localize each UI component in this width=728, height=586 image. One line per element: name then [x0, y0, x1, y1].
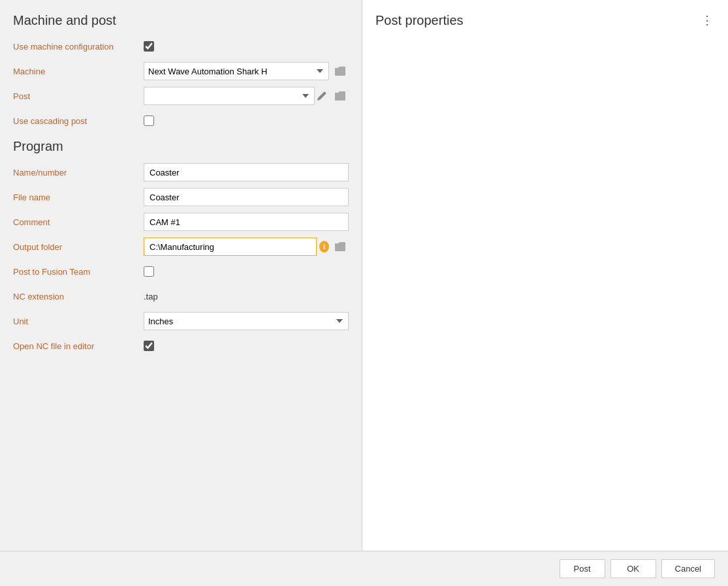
comment-input[interactable] — [144, 213, 349, 231]
post-row: Post — [13, 87, 349, 105]
comment-label: Comment — [13, 217, 144, 227]
folder-icon — [334, 67, 346, 76]
use-machine-config-checkbox[interactable] — [144, 41, 154, 52]
name-number-input[interactable] — [144, 163, 349, 181]
edit-icon — [317, 91, 326, 100]
more-options-button[interactable]: ⋮ — [699, 12, 716, 29]
nc-extension-row: NC extension .tap — [13, 287, 349, 305]
nc-extension-label: NC extension — [13, 292, 144, 301]
machine-row: Machine Next Wave Automation Shark H — [13, 62, 349, 80]
unit-label: Unit — [13, 316, 144, 326]
use-machine-config-row: Use machine configuration — [13, 37, 349, 55]
program-title: Program — [13, 139, 349, 154]
post-to-fusion-row: Post to Fusion Team — [13, 262, 349, 281]
use-machine-config-label: Use machine configuration — [13, 42, 144, 52]
output-folder-row: Output folder i — [13, 238, 349, 256]
unit-select[interactable]: Inches Millimeters — [144, 312, 349, 330]
post-edit-button[interactable] — [315, 90, 329, 102]
ok-button[interactable]: OK — [610, 559, 656, 578]
cancel-button[interactable]: Cancel — [661, 559, 715, 578]
info-icon[interactable]: i — [319, 241, 329, 253]
bottom-bar: Post OK Cancel — [0, 551, 728, 586]
name-number-label: Name/number — [13, 168, 144, 177]
machine-post-title: Machine and post — [13, 13, 349, 28]
use-cascading-post-label: Use cascading post — [13, 116, 144, 126]
unit-row: Unit Inches Millimeters — [13, 312, 349, 330]
post-select[interactable] — [144, 87, 315, 105]
file-name-row: File name — [13, 188, 349, 206]
right-panel: Post properties ⋮ — [362, 0, 728, 551]
open-nc-label: Open NC file in editor — [13, 341, 144, 351]
use-cascading-post-row: Use cascading post — [13, 112, 349, 130]
left-panel: Machine and post Use machine configurati… — [0, 0, 362, 551]
folder-icon-3 — [334, 242, 346, 251]
folder-icon-2 — [334, 91, 346, 100]
comment-row: Comment — [13, 213, 349, 231]
machine-folder-button[interactable] — [332, 65, 349, 77]
output-folder-button[interactable] — [332, 241, 349, 253]
nc-extension-value: .tap — [144, 289, 158, 304]
post-label: Post — [13, 91, 144, 101]
post-button[interactable]: Post — [560, 559, 605, 578]
post-properties-title: Post properties — [375, 13, 715, 28]
file-name-label: File name — [13, 193, 144, 202]
open-nc-row: Open NC file in editor — [13, 337, 349, 355]
post-to-fusion-label: Post to Fusion Team — [13, 267, 144, 277]
name-number-row: Name/number — [13, 163, 349, 181]
file-name-input[interactable] — [144, 188, 349, 206]
post-folder-button[interactable] — [332, 90, 349, 102]
machine-select[interactable]: Next Wave Automation Shark H — [144, 62, 329, 80]
machine-label: Machine — [13, 67, 144, 76]
output-folder-input[interactable] — [144, 238, 317, 256]
post-to-fusion-checkbox[interactable] — [144, 266, 154, 277]
output-folder-label: Output folder — [13, 242, 144, 252]
open-nc-checkbox[interactable] — [144, 341, 154, 351]
use-cascading-post-checkbox[interactable] — [144, 116, 154, 126]
